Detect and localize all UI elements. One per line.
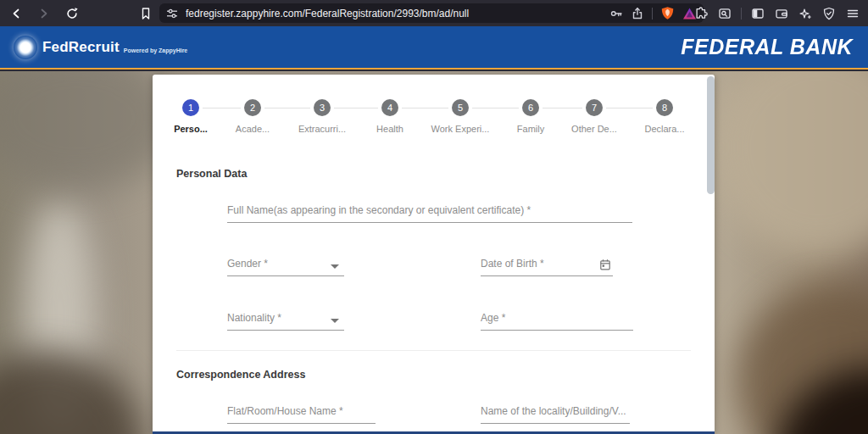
menu-button[interactable]	[845, 6, 860, 21]
age-field[interactable]: Age *	[481, 311, 633, 331]
brand-group: FedRecruit Powered by ZappyHire	[42, 26, 187, 68]
age-label: Age *	[481, 312, 505, 324]
background-blur-shape	[709, 71, 868, 258]
powered-by-label: Powered by ZappyHire	[124, 47, 187, 53]
toolbar-right-group	[693, 0, 860, 26]
step-number: 5	[452, 99, 469, 116]
field-underline	[481, 275, 613, 276]
field-underline	[481, 423, 630, 424]
extension-icon	[694, 7, 708, 20]
step-label: Other De...	[556, 124, 632, 134]
url-bar[interactable]: fedregister.zappyhire.com/FederalRegistr…	[159, 3, 704, 23]
flat-house-name-field[interactable]: Flat/Room/House Name *	[227, 404, 376, 424]
step-academics[interactable]: 2 Acade...	[214, 99, 291, 134]
extensions-button[interactable]	[693, 6, 709, 21]
section-divider	[176, 350, 691, 351]
background-blur-shape	[0, 351, 144, 434]
field-underline	[227, 423, 376, 424]
forward-icon	[37, 7, 51, 20]
dropdown-arrow-icon[interactable]	[331, 264, 339, 269]
step-number: 3	[314, 99, 331, 116]
back-button[interactable]	[8, 6, 24, 21]
date-of-birth-label: Date of Birth *	[481, 258, 544, 270]
back-icon	[9, 7, 23, 20]
registration-form-card: 1 Perso... 2 Acade... 3 Extracurri... 4 …	[153, 75, 715, 434]
step-number: 8	[656, 99, 673, 116]
full-name-label: Full Name(as appearing in the secondary …	[227, 204, 531, 216]
step-label: Declara...	[626, 124, 703, 134]
shield-extension-badge[interactable]	[660, 6, 675, 20]
ai-assistant-button[interactable]	[798, 6, 813, 21]
sidebar-button[interactable]	[750, 6, 765, 21]
wallet-icon	[775, 7, 788, 20]
page-background: 1 Perso... 2 Acade... 3 Extracurri... 4 …	[0, 71, 868, 434]
screenshot-icon	[718, 7, 732, 20]
locality-field[interactable]: Name of the locality/Building/V...	[481, 404, 630, 424]
ai-sparkle-icon	[798, 7, 812, 20]
federal-bank-logo: FEDERAL BANK	[681, 25, 853, 69]
bookmark-icon	[139, 7, 153, 20]
step-work-experience[interactable]: 5 Work Experi...	[422, 99, 498, 134]
sidebar-icon	[751, 7, 765, 20]
step-number: 1	[182, 99, 199, 116]
nationality-select[interactable]: Nationality *	[227, 311, 344, 331]
field-underline	[227, 330, 344, 331]
wallet-button[interactable]	[774, 6, 789, 21]
step-health[interactable]: 4 Health	[352, 99, 428, 134]
step-number: 4	[381, 99, 398, 116]
browser-window: fedregister.zappyhire.com/FederalRegistr…	[0, 0, 868, 434]
date-picker-button[interactable]	[599, 259, 611, 271]
url-text[interactable]: fedregister.zappyhire.com/FederalRegistr…	[186, 8, 609, 19]
step-label: Extracurri...	[284, 124, 360, 134]
reload-button[interactable]	[64, 6, 80, 21]
card-scrollbar-thumb[interactable]	[707, 76, 715, 194]
full-name-field[interactable]: Full Name(as appearing in the secondary …	[227, 203, 632, 223]
step-number: 6	[522, 99, 539, 116]
locality-label: Name of the locality/Building/V...	[481, 405, 626, 417]
nationality-label: Nationality *	[227, 312, 281, 324]
field-underline	[481, 330, 633, 331]
date-of-birth-field[interactable]: Date of Birth *	[481, 257, 613, 276]
gender-label: Gender *	[227, 258, 268, 270]
dropdown-arrow-icon[interactable]	[331, 319, 339, 323]
correspondence-address-heading: Correspondence Address	[176, 369, 305, 381]
flat-house-name-label: Flat/Room/House Name *	[227, 405, 343, 417]
vpn-button[interactable]	[821, 6, 837, 21]
key-icon[interactable]	[609, 7, 623, 20]
step-label: Health	[352, 124, 428, 134]
vpn-shield-icon	[822, 7, 836, 20]
reload-icon	[65, 7, 79, 20]
bookmark-button[interactable]	[138, 6, 153, 21]
urlbar-action-group	[609, 6, 697, 20]
step-other-details[interactable]: 7 Other De...	[556, 99, 632, 134]
urlbar-separator	[652, 8, 653, 19]
calendar-icon	[599, 259, 611, 271]
step-declaration[interactable]: 8 Declara...	[626, 99, 703, 134]
step-number: 7	[586, 99, 603, 116]
background-blur-shape	[0, 71, 178, 190]
field-underline	[227, 275, 344, 276]
bank-logo-circle	[14, 36, 37, 59]
nav-button-group	[8, 0, 80, 26]
forward-button[interactable]	[36, 6, 52, 21]
screenshot-button[interactable]	[717, 6, 732, 21]
share-icon[interactable]	[631, 7, 644, 20]
step-number: 2	[244, 99, 261, 116]
toolbar-separator	[741, 8, 742, 19]
field-underline	[227, 222, 632, 223]
site-header: FedRecruit Powered by ZappyHire FEDERAL …	[0, 26, 868, 70]
gender-select[interactable]: Gender *	[227, 257, 344, 276]
brand-title: FedRecruit	[42, 39, 120, 56]
step-extracurricular[interactable]: 3 Extracurri...	[284, 99, 360, 134]
browser-toolbar: fedregister.zappyhire.com/FederalRegistr…	[0, 0, 868, 26]
personal-data-heading: Personal Data	[176, 168, 247, 180]
menu-icon	[846, 7, 860, 20]
step-label: Acade...	[214, 124, 291, 134]
tune-icon[interactable]	[166, 8, 178, 19]
step-label: Work Experi...	[422, 124, 498, 134]
